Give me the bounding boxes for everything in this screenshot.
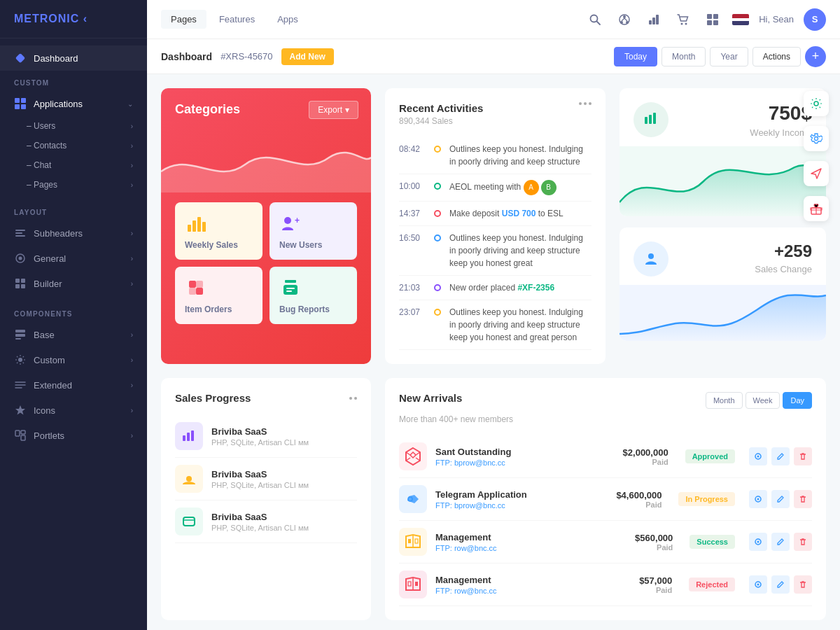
nav-link-pages[interactable]: Pages [161,10,206,29]
today-button[interactable]: Today [614,47,657,66]
arrivals-subtitle: More than 400+ new members [399,414,812,424]
arrival-delete-2[interactable] [794,490,812,508]
actions-button[interactable]: Actions [752,47,801,66]
arrival-row-2: Telegram Application FTP: bprow@bnc.cc $… [399,478,812,521]
sidebar-item-pages[interactable]: – Pages › [0,175,147,195]
floating-gift-icon[interactable] [804,196,829,221]
arrival-edit-2[interactable] [771,490,790,508]
export-button[interactable]: Export ▾ [309,101,358,119]
arrival-status-4: Rejected [689,578,735,592]
arrival-view-3[interactable] [749,533,767,551]
progress-name-2: Briviba SaaS [211,469,357,479]
activities-menu[interactable] [579,102,592,105]
svg-rect-67 [415,539,418,543]
sidebar-item-icons[interactable]: Icons › [0,398,147,423]
sidebar-item-base[interactable]: Base › [0,322,147,347]
arrival-edit-3[interactable] [771,533,790,551]
progress-menu[interactable] [349,397,357,400]
svg-point-54 [186,476,192,482]
add-widget-button[interactable]: + [805,46,826,67]
activity-time-3: 14:37 [399,209,426,218]
sidebar-portlets-label: Portlets [34,430,131,441]
arrival-delete-3[interactable] [794,533,812,551]
brand-name: METRONIC [14,13,79,24]
floating-settings-icon[interactable] [804,91,829,116]
sidebar-item-applications[interactable]: Applications ⌄ [0,91,147,116]
sidebar-item-subheaders[interactable]: Subheaders › [0,220,147,246]
svg-rect-44 [645,117,648,124]
activity-item-5: 21:03 New order placed #XF-2356 [399,276,592,300]
arrival-edit-1[interactable] [771,447,790,465]
svg-rect-37 [196,288,203,295]
user-avatar[interactable]: S [804,8,826,31]
sidebar-item-chat[interactable]: – Chat › [0,155,147,175]
month-button[interactable]: Month [662,47,706,66]
floating-send-icon[interactable] [804,161,829,186]
arrival-icon-2 [399,485,427,513]
filter-month[interactable]: Month [706,392,743,409]
year-button[interactable]: Year [710,47,748,66]
floating-gear-icon[interactable] [804,126,829,151]
chart-icon[interactable] [644,10,664,29]
sidebar-item-extended[interactable]: Extended › [0,372,147,398]
progress-item-1: Briviba SaaS PHP, SQLite, Artisan CLI мм [175,415,357,458]
arrival-view-4[interactable] [749,575,767,594]
income-label: Weekly Income [750,127,812,138]
bug-reports-icon [279,276,302,299]
sidebar-item-dashboard[interactable]: Dashboard [0,46,147,71]
arrival-edit-4[interactable] [771,575,790,594]
sidebar-item-custom[interactable]: Custom › [0,347,147,372]
arrivals-filter: Month Week Day [706,392,812,409]
arrival-delete-4[interactable] [794,575,812,594]
svg-line-19 [622,18,624,21]
weekly-sales-label: Weekly Sales [185,240,238,250]
progress-item-2: Briviba SaaS PHP, SQLite, Artisan CLI мм [175,458,357,500]
sidebar-toggle[interactable]: ‹ [83,13,88,24]
svg-rect-7 [15,334,25,337]
sidebar-item-portlets[interactable]: Portlets › [0,423,147,448]
svg-point-50 [648,253,654,259]
grid-icon[interactable] [703,10,722,29]
svg-point-47 [814,102,818,106]
arrival-delete-1[interactable] [794,447,812,465]
income-amount: 750$ [750,102,812,125]
user-greeting: Hi, Sean [759,14,794,24]
progress-item-3: Briviba SaaS PHP, SQLite, Artisan CLI мм [175,500,357,543]
item-orders-icon [185,276,207,299]
arrival-view-1[interactable] [749,447,767,465]
sidebar-item-builder[interactable]: Builder › [0,271,147,296]
svg-rect-43 [286,290,292,292]
search-icon[interactable] [585,10,605,29]
svg-rect-39 [189,288,196,295]
nav-link-features[interactable]: Features [209,10,265,29]
arrivals-header: New Arrivals Month Week Day [399,392,812,409]
language-flag[interactable] [732,14,749,25]
svg-point-73 [757,584,760,586]
sidebar-general-label: General [34,253,131,264]
filter-week[interactable]: Week [746,392,780,409]
svg-rect-26 [707,14,712,19]
sidebar-item-users[interactable]: – Users › [0,116,147,136]
sidebar-item-general[interactable]: General › [0,246,147,271]
add-new-button[interactable]: Add New [281,48,334,65]
cart-icon[interactable] [673,10,693,29]
progress-header: Sales Progress [175,392,357,404]
sidebar-item-contacts[interactable]: – Contacts › [0,136,147,155]
top-row: Categories Export ▾ [161,88,826,364]
filter-day[interactable]: Day [783,392,812,409]
activity-item-1: 08:42 Outlines keep you honest. Indulgin… [399,137,592,174]
sub-header-actions: Today Month Year Actions + [614,46,826,67]
content-area: Categories Export ▾ [147,74,840,630]
svg-rect-40 [285,280,296,283]
category-tile-item-orders[interactable]: Item Orders [175,267,262,324]
category-tile-new-users[interactable]: + New Users [270,202,357,260]
category-tile-weekly-sales[interactable]: Weekly Sales [175,202,262,260]
network-icon[interactable] [615,10,634,29]
arrival-name-2: Telegram Application [435,489,527,500]
nav-link-apps[interactable]: Apps [267,10,308,29]
arrival-view-2[interactable] [749,490,767,508]
category-tile-bug-reports[interactable]: Bug Reports [270,267,357,324]
activities-subtitle: 890,344 Sales [399,116,483,126]
arrival-name-4: Management [435,575,497,585]
activity-time-6: 23:07 [399,307,426,317]
